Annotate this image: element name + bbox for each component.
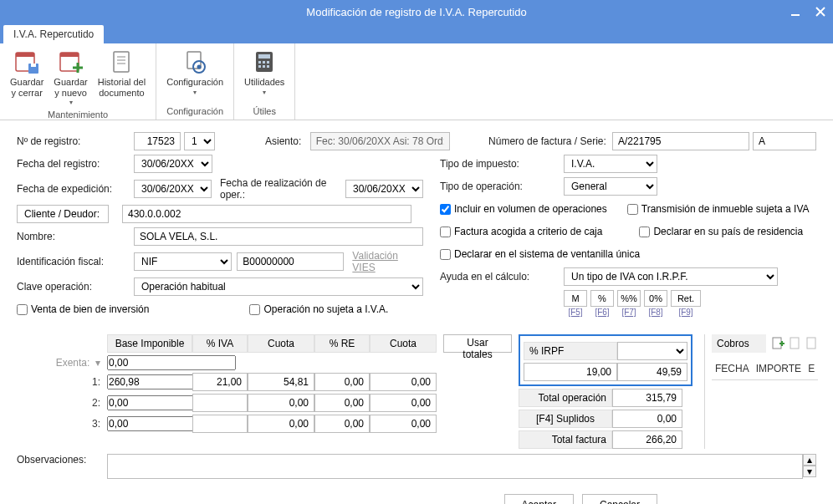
irpf-select[interactable] [617,342,687,360]
minimize-button[interactable] [783,0,808,23]
usar-totales-button[interactable]: Usar totales [443,334,512,353]
col-cuota2: Cuota [370,334,437,353]
save-new-button[interactable]: Guardar y nuevo ▾ [49,45,92,109]
id-fiscal-input[interactable] [237,252,344,271]
venta-bien-checkbox[interactable]: Venta de bien de inversión [17,303,149,315]
tab-iva-repercutido[interactable]: I.V.A. Repercutido [3,25,104,43]
clave-label: Clave operación: [17,281,134,293]
r3-re[interactable] [314,415,370,433]
cobros-delete-button[interactable] [805,337,818,350]
cancelar-button[interactable]: Cancelar [582,494,657,504]
chevron-down-icon: ▾ [69,99,73,106]
utils-button[interactable]: Utilidades ▾ [239,45,289,99]
num-factura-input[interactable] [612,132,749,150]
nombre-input[interactable] [134,227,423,246]
svg-rect-11 [114,52,129,72]
ventanilla-checkbox[interactable]: Declarar en el sistema de ventanilla úni… [440,248,640,260]
serie-input[interactable] [753,132,816,150]
clave-select[interactable]: Operación habitual [134,277,423,296]
num-factura-label: Número de factura / Serie: [488,135,612,147]
svg-rect-29 [790,338,799,349]
help-ret-button[interactable]: Ret. [671,290,701,307]
r3-cuota2[interactable] [370,415,437,433]
r1-cuota[interactable] [248,373,314,391]
tipo-oper-select[interactable]: General [564,177,657,196]
fecha-exp-label: Fecha de expedición: [17,183,134,195]
svg-rect-21 [263,61,265,64]
irpf-pct-input[interactable] [524,363,617,381]
cobros-panel: Cobros FECHA IMPORTE E [704,334,818,449]
cobros-col-e[interactable]: E [805,358,818,379]
obs-textarea[interactable] [107,454,803,479]
row-exenta-label[interactable]: Exenta: ▾ [17,357,107,369]
obs-down-button[interactable]: ▾ [803,466,816,477]
doc-history-button[interactable]: Historial del documento [93,45,151,109]
ribbon: Guardar y cerrar Guardar y nuevo ▾ Histo… [0,43,833,120]
help-zero-button[interactable]: 0% [644,290,667,307]
declarar-pais-checkbox[interactable]: Declarar en su país de residencia [639,226,803,237]
r2-iva[interactable] [192,394,248,412]
tipo-imp-select[interactable]: I.V.A. [564,155,657,173]
exenta-base[interactable] [107,355,236,370]
row3-label: 3: [17,418,107,430]
svg-rect-0 [791,14,800,16]
r2-re[interactable] [314,394,370,412]
r2-cuota[interactable] [248,394,314,412]
vies-link[interactable]: Validación VIES [352,250,423,273]
total-oper-input[interactable] [612,389,682,407]
help-pctpct-button[interactable]: %% [617,290,641,307]
reg-seq-select[interactable]: 1 [184,132,215,150]
cliente-input[interactable] [122,205,411,223]
help-ret-fk[interactable]: [F9] [678,308,692,317]
cobros-col-fecha[interactable]: FECHA [712,358,753,379]
help-zero-fk[interactable]: [F8] [648,308,662,317]
aceptar-button[interactable]: Aceptar [504,494,574,504]
help-m-fk[interactable]: [F5] [568,308,582,317]
fecha-reg-select[interactable]: 30/06/20XX [134,155,212,173]
suplidos-input[interactable] [612,410,682,428]
svg-rect-23 [258,65,261,68]
fecha-exp-select[interactable]: 30/06/20XX [134,180,212,198]
grid-area: Base Imponible % IVA Cuota % RE Cuota Us… [17,334,512,449]
fecha-oper-select[interactable]: 30/06/20XX [345,180,423,198]
r3-cuota[interactable] [248,415,314,433]
r1-re[interactable] [314,373,370,391]
cobros-edit-button[interactable] [788,337,801,350]
suplidos-label[interactable]: [F4] Suplidos [519,410,612,428]
cobros-add-button[interactable] [771,337,784,350]
close-icon [815,7,825,17]
ayuda-select[interactable]: Un tipo de IVA con I.R.P.F. [564,267,778,286]
help-m-button[interactable]: M [564,290,587,307]
total-fact-input[interactable] [612,430,682,449]
save-close-button[interactable]: Guardar y cerrar [5,45,49,109]
help-pct-button[interactable]: % [590,290,614,307]
criterio-caja-checkbox[interactable]: Factura acogida a criterio de caja [440,226,602,237]
id-fiscal-type-select[interactable]: NIF [134,252,232,271]
help-pct-fk[interactable]: [F6] [595,308,609,317]
col-base: Base Imponible [107,334,192,353]
reg-no-input[interactable] [134,132,181,150]
r1-iva[interactable] [192,373,248,391]
incl-vol-checkbox[interactable]: Incluir en volumen de operaciones [440,203,607,215]
trans-inm-checkbox[interactable]: Transmisión de inmueble sujeta a IVA [627,203,810,215]
irpf-val-input[interactable] [617,363,687,381]
svg-rect-8 [60,53,79,57]
help-pctpct-fk[interactable]: [F7] [621,308,636,317]
id-fiscal-label: Identificación fiscal: [17,256,134,267]
r2-cuota2[interactable] [370,394,437,412]
no-sujeta-checkbox[interactable]: Operación no sujeta a I.V.A. [249,303,388,315]
r1-cuota2[interactable] [370,373,437,391]
reg-no-label: Nº de registro: [17,135,134,147]
config-button[interactable]: Configuración ▾ [161,45,228,99]
cobros-col-importe[interactable]: IMPORTE [753,358,805,379]
tab-strip: I.V.A. Repercutido [0,23,833,43]
r3-iva[interactable] [192,415,248,433]
cliente-button[interactable]: Cliente / Deudor: [17,205,109,223]
chevron-down-icon: ▾ [193,89,197,96]
minimize-icon [790,7,800,17]
chevron-down-icon: ▾ [263,89,266,96]
svg-rect-22 [267,61,269,64]
svg-point-17 [197,65,202,69]
obs-up-button[interactable]: ▴ [803,454,816,466]
close-button[interactable] [808,0,833,23]
